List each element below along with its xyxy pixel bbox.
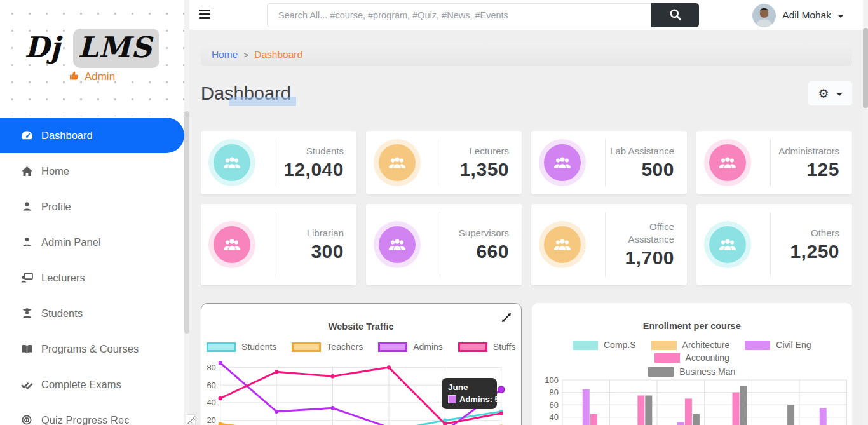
stat-card-administrators: Administrators125 [696, 131, 852, 194]
stat-icon-ring [374, 221, 421, 268]
divider [770, 139, 771, 186]
user-tie-icon [20, 237, 33, 247]
gauge-icon [20, 130, 33, 140]
stat-value: 1,250 [790, 241, 839, 262]
sidebar-item-home[interactable]: Home [0, 153, 184, 189]
svg-text:20: 20 [207, 415, 215, 425]
legend-item[interactable]: Teachers [292, 342, 363, 352]
users-group-icon [544, 226, 581, 263]
legend-swatch [378, 342, 407, 352]
legend-item[interactable]: Comp.S [573, 340, 636, 350]
chart-legend: Business Man [532, 367, 853, 377]
svg-text:80: 80 [207, 363, 215, 372]
sidebar-item-label: Home [41, 165, 69, 177]
avatar [752, 4, 776, 27]
legend-swatch [745, 341, 770, 350]
chart-legend: Comp.SArchitectureCivil EngAccounting [532, 340, 853, 363]
sidebar-item-lecturers[interactable]: Lecturers [0, 260, 184, 295]
svg-text:40: 40 [207, 398, 215, 407]
sidebar-item-students[interactable]: Students [0, 295, 184, 331]
search-icon [669, 8, 682, 23]
sidebar-item-admin-panel[interactable]: Admin Panel [0, 224, 184, 260]
user-menu[interactable]: Adil Mohak [752, 3, 844, 27]
divider [770, 212, 771, 277]
admin-role-label: Admin [85, 71, 115, 83]
legend-swatch [648, 367, 674, 377]
stat-value: 1,350 [459, 159, 509, 180]
users-group-icon [214, 144, 250, 181]
legend-swatch [458, 342, 487, 352]
legend-swatch [292, 342, 321, 352]
breadcrumb-current[interactable]: Dashboard [254, 49, 302, 60]
sidebar-item-label: Lecturers [41, 272, 85, 284]
legend-swatch [573, 341, 598, 350]
search-button[interactable] [651, 3, 699, 27]
legend-item[interactable]: Stuffs [458, 342, 516, 352]
stat-value: 500 [610, 159, 674, 180]
settings-dropdown-button[interactable]: ⚙ [808, 81, 852, 105]
sidebar-item-quiz-progress[interactable]: Quiz Progress Rec [0, 402, 184, 425]
svg-text:40: 40 [549, 412, 558, 422]
hamburger-menu-button[interactable] [199, 10, 210, 21]
sidebar-scrollbar-thumb[interactable] [184, 111, 189, 334]
divider [275, 139, 275, 186]
legend-item[interactable]: Business Man [648, 367, 735, 377]
legend-item[interactable]: Civil Eng [745, 340, 811, 350]
bullseye-icon [20, 415, 33, 425]
sidebar-item-dashboard[interactable]: Dashboard [0, 118, 184, 153]
stat-card-lecturers: Lecturers1,350 [366, 131, 522, 194]
legend-label: Civil Eng [776, 340, 811, 350]
sidebar-scrollbar[interactable] [184, 0, 189, 425]
legend-swatch [207, 342, 236, 352]
user-name: Adil Mohak [782, 10, 831, 21]
divider [440, 212, 440, 277]
divider [275, 212, 275, 277]
legend-label: Business Man [679, 367, 735, 377]
breadcrumb: Home > Dashboard [201, 43, 852, 66]
page-scrollbar-thumb[interactable] [863, 28, 868, 108]
search-bar [267, 3, 699, 27]
breadcrumb-home-link[interactable]: Home [212, 49, 238, 60]
search-input[interactable] [267, 3, 651, 27]
stats-grid: Students12,040 Lecturers1,350 Lab Assist… [201, 131, 852, 285]
check-double-icon [20, 381, 33, 389]
legend-item[interactable]: Accounting [654, 353, 729, 363]
legend-label: Comp.S [604, 340, 636, 350]
legend-label: Admins [413, 342, 443, 352]
stat-label: Supervisors [459, 227, 509, 239]
sidebar-item-label: Dashboard [41, 130, 93, 142]
sidebar-item-label: Profile [41, 201, 71, 213]
legend-swatch [651, 341, 677, 350]
chevron-down-icon [836, 93, 843, 96]
legend-label: Stuffs [493, 342, 516, 352]
users-group-icon [544, 144, 581, 181]
expand-icon[interactable] [500, 311, 513, 327]
gear-icon: ⚙ [818, 88, 829, 100]
stat-icon-ring [208, 139, 255, 186]
stat-label: Lab Assistance [610, 145, 674, 158]
app-logo[interactable]: Dj LMS [25, 33, 160, 62]
thumbs-up-icon [69, 71, 80, 84]
breadcrumb-separator: > [243, 50, 248, 60]
legend-item[interactable]: Students [207, 342, 276, 352]
users-group-icon [379, 226, 416, 263]
sidebar-item-programs-courses[interactable]: Programs & Courses [0, 331, 184, 367]
enrollment-chart-card: Enrollment per course Comp.SArchitecture… [532, 303, 853, 425]
logo-area: Dj LMS Admin [0, 0, 184, 116]
legend-item[interactable]: Admins [378, 342, 443, 352]
page-scrollbar[interactable] [863, 0, 868, 425]
admin-role-link[interactable]: Admin [69, 71, 115, 84]
stat-value: 12,040 [283, 159, 344, 180]
user-graduate-icon [20, 308, 33, 318]
legend-label: Students [241, 342, 276, 352]
page-title: Dashboard [201, 83, 291, 104]
stat-value: 300 [307, 241, 344, 262]
logo-highlight: LMS [73, 29, 160, 68]
sidebar-item-profile[interactable]: Profile [0, 189, 184, 224]
chart-legend: StudentsTeachersAdminsStuffs [201, 342, 521, 352]
stat-card-librarian: Librarian300 [201, 204, 356, 285]
stat-card-supervisors: Supervisors660 [366, 204, 522, 285]
resize-grip[interactable] [186, 414, 196, 424]
legend-item[interactable]: Architecture [651, 340, 730, 350]
sidebar-item-complete-exams[interactable]: Complete Exams [0, 367, 184, 402]
